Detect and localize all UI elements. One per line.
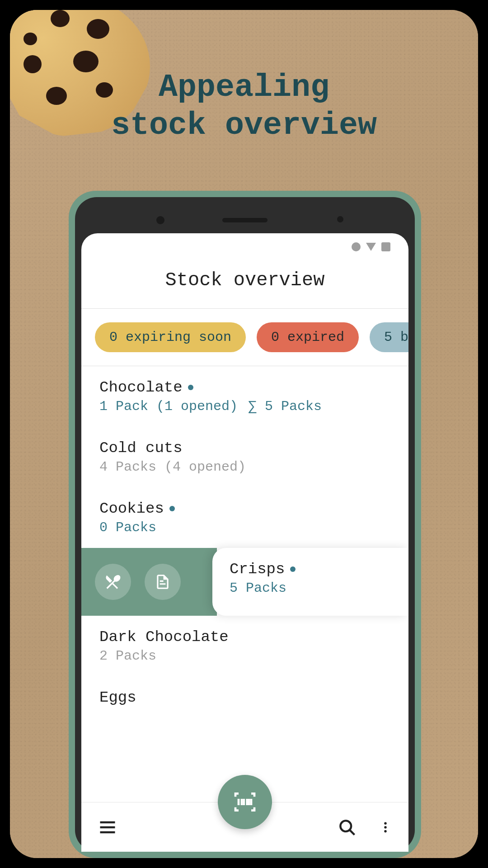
filter-chips-row: 0 expiring soon 0 expired 5 below min. bbox=[81, 309, 408, 366]
page-title: Stock overview bbox=[81, 260, 408, 308]
list-item[interactable]: Dark Chocolate 2 Packs bbox=[81, 616, 408, 676]
indicator-dot-icon bbox=[169, 506, 175, 511]
scan-fab[interactable] bbox=[218, 775, 272, 829]
list-item-swiped[interactable]: Crisps 5 Packs bbox=[81, 548, 408, 616]
indicator-dot-icon bbox=[290, 566, 296, 572]
list-item[interactable]: Chocolate 1 Pack (1 opened) ∑ 5 Packs bbox=[81, 366, 408, 427]
status-bar bbox=[81, 233, 408, 260]
item-name: Dark Chocolate bbox=[99, 628, 390, 646]
item-name: Crisps bbox=[230, 561, 391, 578]
consume-button[interactable] bbox=[95, 564, 131, 600]
stock-list: Chocolate 1 Pack (1 opened) ∑ 5 Packs Co… bbox=[81, 366, 408, 713]
item-subtitle: 4 Packs (4 opened) bbox=[99, 459, 390, 475]
item-name: Chocolate bbox=[99, 379, 390, 396]
details-button[interactable] bbox=[145, 564, 181, 600]
status-triangle-icon bbox=[366, 243, 376, 251]
status-square-icon bbox=[381, 242, 390, 251]
chip-below-min[interactable]: 5 below min. bbox=[370, 322, 408, 352]
app-screen: Stock overview 0 expiring soon 0 expired… bbox=[81, 233, 408, 852]
more-vert-icon bbox=[379, 817, 392, 837]
item-subtitle: 0 Packs bbox=[99, 520, 390, 535]
menu-button[interactable] bbox=[98, 817, 117, 837]
list-item[interactable]: Cold cuts 4 Packs (4 opened) bbox=[81, 427, 408, 487]
svg-point-7 bbox=[384, 830, 387, 833]
search-icon bbox=[337, 817, 357, 837]
item-name: Eggs bbox=[99, 689, 390, 706]
more-button[interactable] bbox=[379, 817, 392, 837]
document-icon bbox=[154, 573, 171, 590]
item-name: Cookies bbox=[99, 500, 390, 517]
swipe-actions bbox=[81, 548, 217, 616]
indicator-dot-icon bbox=[188, 385, 193, 390]
menu-icon bbox=[98, 817, 117, 837]
item-subtitle: 1 Pack (1 opened) ∑ 5 Packs bbox=[99, 399, 390, 414]
promo-headline: Appealing stock overview bbox=[10, 69, 478, 145]
item-subtitle: 2 Packs bbox=[99, 648, 390, 664]
search-button[interactable] bbox=[337, 817, 357, 837]
item-name: Cold cuts bbox=[99, 439, 390, 457]
svg-point-5 bbox=[384, 822, 387, 825]
chip-expiring-soon[interactable]: 0 expiring soon bbox=[95, 322, 246, 352]
barcode-scan-icon bbox=[232, 789, 258, 815]
item-subtitle: 5 Packs bbox=[230, 580, 391, 596]
phone-mockup: Stock overview 0 expiring soon 0 expired… bbox=[69, 191, 421, 858]
chip-expired[interactable]: 0 expired bbox=[257, 322, 359, 352]
svg-point-6 bbox=[384, 826, 387, 829]
svg-point-3 bbox=[340, 821, 351, 831]
list-item[interactable]: Eggs bbox=[81, 676, 408, 713]
list-item[interactable]: Cookies 0 Packs bbox=[81, 487, 408, 548]
svg-line-4 bbox=[350, 830, 355, 835]
status-dot-icon bbox=[352, 242, 361, 251]
item-subtitle bbox=[99, 709, 390, 713]
fork-knife-icon bbox=[104, 573, 122, 591]
